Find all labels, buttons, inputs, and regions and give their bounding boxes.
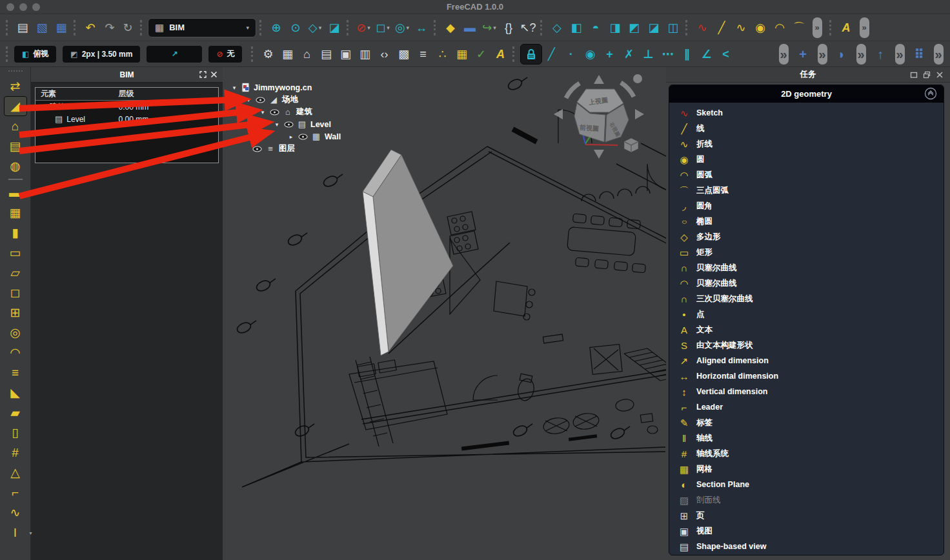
building-doc-icon[interactable]: ▤ — [317, 45, 335, 64]
close-panel-icon[interactable] — [210, 71, 217, 78]
draft-line-icon[interactable]: ╱ — [712, 18, 731, 37]
toolbar-handle[interactable] — [259, 20, 264, 35]
snap-extension-icon[interactable]: ∠ — [697, 45, 715, 64]
visibility-eye-icon[interactable] — [284, 121, 294, 128]
rebar-icon[interactable]: ∿ — [4, 503, 27, 523]
view-rear-icon[interactable]: ◩ — [625, 18, 643, 37]
overflow-button[interactable]: » — [852, 45, 870, 64]
redo-icon[interactable]: ↷ — [101, 18, 119, 37]
visibility-eye-icon[interactable] — [252, 146, 262, 152]
expand-arrow-icon[interactable]: ▾ — [230, 85, 238, 91]
curtain-wall-icon[interactable]: ▦ — [4, 203, 27, 223]
schedule-icon[interactable]: ▦ — [452, 45, 470, 64]
view-top-icon[interactable]: ◓ — [587, 18, 605, 37]
create-view-icon[interactable]: ◪ — [325, 18, 343, 37]
door-icon[interactable]: ◻ — [4, 283, 27, 303]
task-item[interactable]: ◠ 贝塞尔曲线 — [669, 275, 944, 291]
toolbar-handle[interactable] — [540, 20, 545, 35]
sketch-sheet-icon[interactable]: ▦ — [278, 45, 296, 64]
pipe-icon[interactable]: ◎ — [4, 323, 27, 343]
float-panel-icon[interactable] — [199, 71, 207, 78]
section-header-2d-geometry[interactable]: 2D geometry — [669, 85, 944, 103]
working-plane-view-button[interactable]: ◧ 俯视 — [14, 45, 57, 63]
level-icon[interactable]: ▤ — [4, 136, 27, 156]
view-bottom-icon[interactable]: ◪ — [645, 18, 663, 37]
toolbar-handle[interactable] — [6, 20, 10, 35]
ifc-document-icon[interactable]: ⇄ — [4, 76, 27, 96]
tree-item-site[interactable]: ▾ ◢ 场地 — [230, 94, 341, 106]
task-item[interactable]: ◉ 圆 — [669, 152, 944, 167]
task-item[interactable]: ▦ 网格 — [669, 461, 944, 477]
view-left-icon[interactable]: ◫ — [664, 18, 682, 37]
toolbar-handle[interactable] — [74, 20, 78, 35]
task-item[interactable]: ◐ Section Plane — [669, 477, 944, 492]
collapse-section-icon[interactable] — [924, 87, 937, 100]
line-width-button[interactable]: ◩ 2px | 3.50 mm — [62, 45, 141, 63]
task-item[interactable]: ⌐ Leader — [669, 399, 944, 415]
people-doc-icon[interactable]: ▣ — [336, 45, 354, 64]
views-doc-icon[interactable]: ▩ — [394, 45, 412, 64]
bim-project-icon[interactable]: ⌂ — [298, 45, 316, 64]
collapsed-arrow-icon[interactable]: ▸ — [287, 134, 295, 140]
open-file-icon[interactable]: ▧ — [33, 18, 51, 37]
panel-icon[interactable]: ▰ — [4, 403, 27, 423]
expand-arrow-icon[interactable]: ▾ — [245, 97, 252, 103]
draft-polyline-icon[interactable]: ∿ — [732, 18, 750, 37]
clipping-plane-icon[interactable]: ⊘▾ — [354, 18, 372, 37]
group-folder-icon[interactable]: ▬ — [461, 18, 479, 37]
snap-angle-icon[interactable]: < — [716, 45, 734, 64]
preferences-tools-icon[interactable]: ⚙ — [259, 45, 277, 64]
toolbar-handle[interactable] — [6, 46, 10, 62]
draft-bspline-icon[interactable]: ⌒ — [790, 18, 808, 37]
minimize-panel-icon[interactable] — [910, 71, 918, 79]
3d-viewport[interactable]: ▾ Jimmywong.cn ▾ ◢ 场地 ▾ — [223, 67, 666, 560]
task-item[interactable]: ▨ 剖面线 — [669, 492, 944, 508]
whats-this-icon[interactable]: ↖? — [519, 18, 537, 37]
wall-icon[interactable]: ▬ — [4, 183, 27, 203]
task-item[interactable]: ◞ 圆角 — [669, 198, 944, 214]
box-selection-icon[interactable]: ◻▾ — [374, 18, 392, 37]
array-grid-icon[interactable]: ⠿ — [910, 45, 928, 64]
task-item[interactable]: ◠ 圆弧 — [669, 167, 944, 183]
task-item[interactable]: S 由文本构建形状 — [669, 337, 944, 353]
zoom-selection-icon[interactable]: ⊙ — [287, 18, 305, 37]
task-item[interactable]: ∩ 贝塞尔曲线 — [669, 260, 944, 275]
new-file-icon[interactable]: ▤ — [14, 18, 32, 37]
task-item[interactable]: ╱ 线 — [669, 121, 944, 136]
toggle-icon[interactable]: ◗ — [833, 45, 851, 64]
code-doc-icon[interactable]: ‹› — [375, 45, 393, 64]
table-row[interactable]: ⌂建筑 0.00 mm — [35, 101, 218, 113]
visibility-eye-icon[interactable] — [298, 134, 308, 140]
expand-arrow-icon[interactable]: ▾ — [259, 109, 267, 115]
overflow-button[interactable]: » — [808, 18, 826, 37]
task-item[interactable]: ↔ Horizontal dimension — [669, 368, 944, 384]
task-item[interactable]: A 文本 — [669, 322, 944, 337]
window-icon[interactable]: ⊞ — [4, 303, 27, 323]
truss-icon[interactable]: △ — [4, 463, 27, 483]
task-item[interactable]: ⊞ 页 — [669, 508, 944, 523]
draft-circle-icon[interactable]: ◉ — [751, 18, 769, 37]
macro-icon[interactable]: {} — [500, 18, 518, 37]
layers-doc-icon[interactable]: ≡ — [414, 45, 432, 64]
toolbar-handle[interactable] — [512, 46, 517, 62]
visibility-eye-icon[interactable] — [256, 97, 265, 103]
sync-view-icon[interactable]: ◎▾ — [393, 18, 411, 37]
toolbar-handle[interactable] — [829, 20, 834, 35]
task-item[interactable]: # 轴线系统 — [669, 446, 944, 461]
toolbar-handle[interactable] — [140, 20, 145, 35]
task-item[interactable]: ↕ Vertical dimension — [669, 384, 944, 399]
autogroup-button[interactable]: ⊘ 无 — [208, 45, 243, 63]
building-icon[interactable]: ⌂ — [4, 116, 27, 136]
draft-text-icon[interactable]: A — [837, 18, 855, 37]
export-icon[interactable]: ↪▾ — [480, 18, 498, 37]
task-item[interactable]: ◇ 多边形 — [669, 229, 944, 245]
task-item[interactable]: ∿ 折线 — [669, 136, 944, 152]
snap-intersection-icon[interactable]: ✗ — [620, 45, 638, 64]
fence-icon[interactable]: # — [4, 443, 27, 463]
task-item[interactable]: ○ 椭圆 — [669, 214, 944, 229]
workbench-selector[interactable]: ▦ BIM ▾ — [148, 18, 256, 37]
annotate-icon[interactable]: A — [491, 45, 509, 64]
view-isometric-icon[interactable]: ◇ — [548, 18, 566, 37]
toolbar-handle[interactable] — [347, 20, 351, 35]
overflow-button[interactable]: » — [774, 45, 793, 64]
